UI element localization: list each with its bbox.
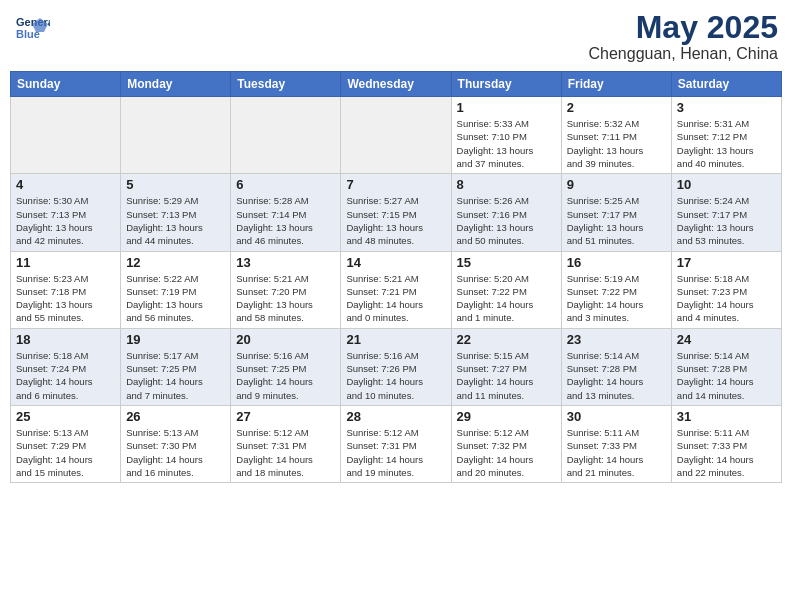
- day-number: 7: [346, 177, 445, 192]
- day-detail: Sunrise: 5:24 AM Sunset: 7:17 PM Dayligh…: [677, 194, 776, 247]
- day-detail: Sunrise: 5:12 AM Sunset: 7:31 PM Dayligh…: [236, 426, 335, 479]
- weekday-header-friday: Friday: [561, 72, 671, 97]
- day-number: 21: [346, 332, 445, 347]
- weekday-header-row: SundayMondayTuesdayWednesdayThursdayFrid…: [11, 72, 782, 97]
- day-detail: Sunrise: 5:13 AM Sunset: 7:30 PM Dayligh…: [126, 426, 225, 479]
- calendar-day-cell: 22Sunrise: 5:15 AM Sunset: 7:27 PM Dayli…: [451, 328, 561, 405]
- location-title: Chengguan, Henan, China: [589, 45, 778, 63]
- calendar-day-cell: 8Sunrise: 5:26 AM Sunset: 7:16 PM Daylig…: [451, 174, 561, 251]
- calendar-day-cell: 13Sunrise: 5:21 AM Sunset: 7:20 PM Dayli…: [231, 251, 341, 328]
- day-number: 24: [677, 332, 776, 347]
- day-number: 13: [236, 255, 335, 270]
- calendar-week-row: 11Sunrise: 5:23 AM Sunset: 7:18 PM Dayli…: [11, 251, 782, 328]
- day-number: 3: [677, 100, 776, 115]
- day-number: 5: [126, 177, 225, 192]
- calendar-day-cell: 24Sunrise: 5:14 AM Sunset: 7:28 PM Dayli…: [671, 328, 781, 405]
- calendar-day-cell: 6Sunrise: 5:28 AM Sunset: 7:14 PM Daylig…: [231, 174, 341, 251]
- day-detail: Sunrise: 5:17 AM Sunset: 7:25 PM Dayligh…: [126, 349, 225, 402]
- calendar-day-cell: 7Sunrise: 5:27 AM Sunset: 7:15 PM Daylig…: [341, 174, 451, 251]
- calendar-week-row: 1Sunrise: 5:33 AM Sunset: 7:10 PM Daylig…: [11, 97, 782, 174]
- calendar-day-cell: [121, 97, 231, 174]
- day-number: 12: [126, 255, 225, 270]
- day-detail: Sunrise: 5:21 AM Sunset: 7:21 PM Dayligh…: [346, 272, 445, 325]
- calendar-day-cell: 21Sunrise: 5:16 AM Sunset: 7:26 PM Dayli…: [341, 328, 451, 405]
- calendar-day-cell: 2Sunrise: 5:32 AM Sunset: 7:11 PM Daylig…: [561, 97, 671, 174]
- calendar-day-cell: 3Sunrise: 5:31 AM Sunset: 7:12 PM Daylig…: [671, 97, 781, 174]
- day-detail: Sunrise: 5:22 AM Sunset: 7:19 PM Dayligh…: [126, 272, 225, 325]
- calendar-day-cell: 1Sunrise: 5:33 AM Sunset: 7:10 PM Daylig…: [451, 97, 561, 174]
- day-number: 8: [457, 177, 556, 192]
- day-number: 28: [346, 409, 445, 424]
- day-number: 4: [16, 177, 115, 192]
- day-number: 18: [16, 332, 115, 347]
- day-number: 27: [236, 409, 335, 424]
- calendar-day-cell: 12Sunrise: 5:22 AM Sunset: 7:19 PM Dayli…: [121, 251, 231, 328]
- day-detail: Sunrise: 5:26 AM Sunset: 7:16 PM Dayligh…: [457, 194, 556, 247]
- day-detail: Sunrise: 5:23 AM Sunset: 7:18 PM Dayligh…: [16, 272, 115, 325]
- day-number: 16: [567, 255, 666, 270]
- calendar-day-cell: 28Sunrise: 5:12 AM Sunset: 7:31 PM Dayli…: [341, 405, 451, 482]
- day-detail: Sunrise: 5:21 AM Sunset: 7:20 PM Dayligh…: [236, 272, 335, 325]
- day-detail: Sunrise: 5:16 AM Sunset: 7:26 PM Dayligh…: [346, 349, 445, 402]
- day-number: 23: [567, 332, 666, 347]
- month-title: May 2025: [589, 10, 778, 45]
- calendar-day-cell: 26Sunrise: 5:13 AM Sunset: 7:30 PM Dayli…: [121, 405, 231, 482]
- weekday-header-tuesday: Tuesday: [231, 72, 341, 97]
- day-detail: Sunrise: 5:20 AM Sunset: 7:22 PM Dayligh…: [457, 272, 556, 325]
- calendar-day-cell: 10Sunrise: 5:24 AM Sunset: 7:17 PM Dayli…: [671, 174, 781, 251]
- day-detail: Sunrise: 5:18 AM Sunset: 7:23 PM Dayligh…: [677, 272, 776, 325]
- day-detail: Sunrise: 5:15 AM Sunset: 7:27 PM Dayligh…: [457, 349, 556, 402]
- day-number: 26: [126, 409, 225, 424]
- day-number: 10: [677, 177, 776, 192]
- calendar-day-cell: 31Sunrise: 5:11 AM Sunset: 7:33 PM Dayli…: [671, 405, 781, 482]
- day-number: 9: [567, 177, 666, 192]
- weekday-header-thursday: Thursday: [451, 72, 561, 97]
- day-detail: Sunrise: 5:12 AM Sunset: 7:31 PM Dayligh…: [346, 426, 445, 479]
- day-detail: Sunrise: 5:14 AM Sunset: 7:28 PM Dayligh…: [677, 349, 776, 402]
- day-detail: Sunrise: 5:14 AM Sunset: 7:28 PM Dayligh…: [567, 349, 666, 402]
- calendar-day-cell: 30Sunrise: 5:11 AM Sunset: 7:33 PM Dayli…: [561, 405, 671, 482]
- day-detail: Sunrise: 5:18 AM Sunset: 7:24 PM Dayligh…: [16, 349, 115, 402]
- day-detail: Sunrise: 5:29 AM Sunset: 7:13 PM Dayligh…: [126, 194, 225, 247]
- calendar-day-cell: [341, 97, 451, 174]
- day-detail: Sunrise: 5:19 AM Sunset: 7:22 PM Dayligh…: [567, 272, 666, 325]
- calendar-week-row: 4Sunrise: 5:30 AM Sunset: 7:13 PM Daylig…: [11, 174, 782, 251]
- weekday-header-saturday: Saturday: [671, 72, 781, 97]
- day-number: 29: [457, 409, 556, 424]
- calendar-day-cell: 17Sunrise: 5:18 AM Sunset: 7:23 PM Dayli…: [671, 251, 781, 328]
- day-detail: Sunrise: 5:28 AM Sunset: 7:14 PM Dayligh…: [236, 194, 335, 247]
- calendar-day-cell: [231, 97, 341, 174]
- day-detail: Sunrise: 5:33 AM Sunset: 7:10 PM Dayligh…: [457, 117, 556, 170]
- day-number: 20: [236, 332, 335, 347]
- day-detail: Sunrise: 5:30 AM Sunset: 7:13 PM Dayligh…: [16, 194, 115, 247]
- calendar-week-row: 18Sunrise: 5:18 AM Sunset: 7:24 PM Dayli…: [11, 328, 782, 405]
- calendar-day-cell: 15Sunrise: 5:20 AM Sunset: 7:22 PM Dayli…: [451, 251, 561, 328]
- calendar-day-cell: 11Sunrise: 5:23 AM Sunset: 7:18 PM Dayli…: [11, 251, 121, 328]
- calendar-day-cell: 5Sunrise: 5:29 AM Sunset: 7:13 PM Daylig…: [121, 174, 231, 251]
- title-block: May 2025 Chengguan, Henan, China: [589, 10, 778, 63]
- day-detail: Sunrise: 5:13 AM Sunset: 7:29 PM Dayligh…: [16, 426, 115, 479]
- day-number: 6: [236, 177, 335, 192]
- day-number: 15: [457, 255, 556, 270]
- calendar-week-row: 25Sunrise: 5:13 AM Sunset: 7:29 PM Dayli…: [11, 405, 782, 482]
- day-number: 25: [16, 409, 115, 424]
- weekday-header-monday: Monday: [121, 72, 231, 97]
- calendar-day-cell: 29Sunrise: 5:12 AM Sunset: 7:32 PM Dayli…: [451, 405, 561, 482]
- day-number: 30: [567, 409, 666, 424]
- day-number: 1: [457, 100, 556, 115]
- calendar-day-cell: 23Sunrise: 5:14 AM Sunset: 7:28 PM Dayli…: [561, 328, 671, 405]
- page-header: General Blue May 2025 Chengguan, Henan, …: [10, 10, 782, 63]
- day-detail: Sunrise: 5:25 AM Sunset: 7:17 PM Dayligh…: [567, 194, 666, 247]
- day-detail: Sunrise: 5:16 AM Sunset: 7:25 PM Dayligh…: [236, 349, 335, 402]
- calendar-day-cell: 9Sunrise: 5:25 AM Sunset: 7:17 PM Daylig…: [561, 174, 671, 251]
- calendar-day-cell: 20Sunrise: 5:16 AM Sunset: 7:25 PM Dayli…: [231, 328, 341, 405]
- day-number: 2: [567, 100, 666, 115]
- day-number: 14: [346, 255, 445, 270]
- weekday-header-sunday: Sunday: [11, 72, 121, 97]
- calendar-day-cell: 19Sunrise: 5:17 AM Sunset: 7:25 PM Dayli…: [121, 328, 231, 405]
- day-detail: Sunrise: 5:11 AM Sunset: 7:33 PM Dayligh…: [567, 426, 666, 479]
- day-number: 22: [457, 332, 556, 347]
- calendar-day-cell: [11, 97, 121, 174]
- calendar-day-cell: 4Sunrise: 5:30 AM Sunset: 7:13 PM Daylig…: [11, 174, 121, 251]
- day-detail: Sunrise: 5:31 AM Sunset: 7:12 PM Dayligh…: [677, 117, 776, 170]
